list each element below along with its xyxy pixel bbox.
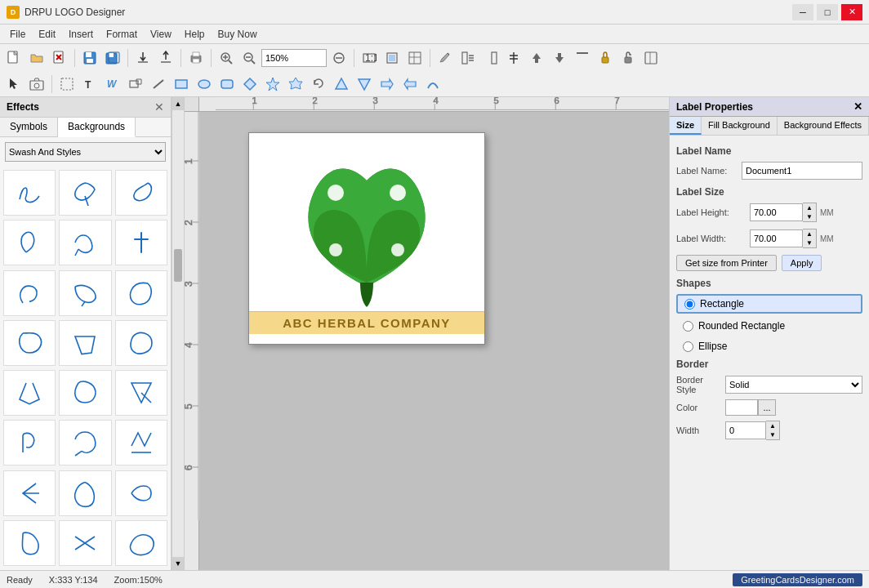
zoom-max-btn[interactable] — [640, 47, 662, 69]
line-tool[interactable] — [148, 74, 169, 95]
menu-edit[interactable]: Edit — [32, 27, 62, 42]
height-input[interactable] — [750, 203, 803, 221]
border-width-spin[interactable]: ▲ ▼ — [766, 421, 780, 440]
export-button[interactable] — [155, 47, 176, 69]
tab-backgrounds[interactable]: Backgrounds — [58, 118, 136, 137]
symbol-item[interactable] — [59, 270, 111, 316]
width-input[interactable] — [750, 229, 803, 247]
border-style-select[interactable]: Solid Dashed Dotted — [725, 376, 862, 394]
ellipse-tool[interactable] — [194, 74, 215, 95]
grid-btn[interactable] — [404, 47, 426, 69]
close-button[interactable]: ✕ — [841, 4, 862, 20]
diamond-tool[interactable] — [239, 74, 261, 95]
menu-help[interactable]: Help — [178, 27, 212, 42]
symbol-item[interactable] — [3, 320, 56, 366]
rectangle-shape-selected[interactable]: Rectangle — [676, 294, 862, 314]
symbol-item[interactable] — [59, 420, 111, 466]
width-down[interactable]: ▼ — [803, 238, 816, 247]
rounded-rect-tool[interactable] — [216, 74, 238, 95]
rounded-rect-radio[interactable] — [683, 321, 693, 332]
symbol-item[interactable] — [3, 270, 56, 316]
wordart-tool[interactable]: W — [102, 74, 123, 95]
align-left-btn[interactable] — [457, 47, 479, 69]
symbol-item[interactable] — [59, 170, 111, 216]
zoom-input[interactable]: 150% — [261, 49, 327, 67]
curve-tool[interactable] — [422, 74, 443, 95]
center-btn[interactable] — [503, 47, 524, 69]
align-right-btn[interactable] — [480, 47, 501, 69]
rectangle-radio[interactable] — [684, 299, 695, 310]
arrow-right-tool[interactable] — [377, 74, 398, 95]
label-props-close[interactable]: ✕ — [853, 100, 862, 113]
menu-insert[interactable]: Insert — [62, 27, 100, 42]
symbol-item[interactable] — [3, 470, 56, 516]
panel-close-btn[interactable]: ✕ — [154, 100, 164, 114]
arrow-left-tool[interactable] — [399, 74, 421, 95]
symbol-item[interactable] — [59, 470, 111, 516]
symbol-item[interactable] — [59, 220, 111, 265]
shape-tool[interactable] — [125, 74, 146, 95]
zoom-minus-btn[interactable] — [328, 47, 350, 69]
symbol-item[interactable] — [115, 170, 167, 216]
border-width-input[interactable] — [725, 421, 766, 439]
symbol-item[interactable] — [59, 520, 111, 566]
menu-buynow[interactable]: Buy Now — [212, 27, 264, 42]
style-dropdown[interactable]: Swash And Styles — [5, 142, 166, 162]
symbol-item[interactable] — [3, 370, 56, 416]
cursor-tool[interactable] — [3, 74, 25, 95]
actual-size-btn[interactable]: 1:1 — [359, 47, 380, 69]
symbol-item[interactable] — [115, 470, 167, 516]
menu-view[interactable]: View — [144, 27, 178, 42]
move-down-btn[interactable] — [549, 47, 570, 69]
zoom-in-btn[interactable] — [216, 47, 237, 69]
triangle-down-tool[interactable] — [354, 74, 375, 95]
border-width-down[interactable]: ▼ — [766, 430, 779, 439]
new-button[interactable] — [3, 47, 25, 69]
move-up-btn[interactable] — [526, 47, 547, 69]
symbol-item[interactable] — [59, 370, 111, 416]
rect-tool[interactable] — [171, 74, 192, 95]
select-tool[interactable] — [56, 74, 78, 95]
camera-tool[interactable] — [26, 74, 47, 95]
print-button[interactable] — [185, 47, 207, 69]
symbol-item[interactable] — [115, 420, 167, 466]
apply-btn[interactable]: Apply — [782, 255, 822, 271]
ellipse-radio[interactable] — [683, 341, 693, 352]
rounded-rect-shape[interactable]: Rounded Rectangle — [676, 318, 862, 334]
open-button[interactable] — [26, 47, 47, 69]
symbol-item[interactable] — [3, 170, 56, 216]
undo-btn[interactable] — [308, 74, 329, 95]
symbol-item[interactable] — [115, 270, 167, 316]
fit-btn[interactable] — [381, 47, 403, 69]
symbol-item[interactable] — [115, 320, 167, 366]
left-scrollbar[interactable]: ▲ ▼ — [172, 97, 185, 570]
border-width-up[interactable]: ▲ — [766, 421, 779, 430]
symbol-item[interactable] — [115, 520, 167, 566]
tab-fill-background[interactable]: Fill Background — [702, 117, 778, 135]
minimize-button[interactable]: ─ — [792, 4, 813, 20]
unlock-btn[interactable] — [617, 47, 639, 69]
import-button[interactable] — [132, 47, 154, 69]
tab-symbols[interactable]: Symbols — [0, 118, 58, 136]
text-tool[interactable]: T — [79, 74, 100, 95]
menu-file[interactable]: File — [3, 27, 32, 42]
tab-background-effects[interactable]: Background Effects — [778, 117, 869, 135]
symbol-item[interactable] — [115, 370, 167, 416]
symbol-item[interactable] — [59, 320, 111, 366]
close-doc-button[interactable] — [49, 47, 70, 69]
symbol-item[interactable] — [3, 420, 56, 466]
menu-format[interactable]: Format — [100, 27, 144, 42]
edit-btn[interactable] — [434, 47, 456, 69]
save-button[interactable] — [79, 47, 100, 69]
save-all-button[interactable] — [102, 47, 123, 69]
get-size-printer-btn[interactable]: Get size from Printer — [676, 255, 777, 271]
height-up[interactable]: ▲ — [803, 203, 816, 212]
label-name-input[interactable] — [742, 162, 862, 180]
tab-size[interactable]: Size — [670, 117, 702, 135]
triangle-tool[interactable] — [331, 74, 352, 95]
star6-tool[interactable] — [285, 74, 306, 95]
height-spin[interactable]: ▲ ▼ — [803, 203, 817, 222]
lock-btn[interactable] — [595, 47, 616, 69]
border-color-picker-btn[interactable]: ... — [758, 399, 776, 416]
align-top-btn[interactable] — [572, 47, 593, 69]
